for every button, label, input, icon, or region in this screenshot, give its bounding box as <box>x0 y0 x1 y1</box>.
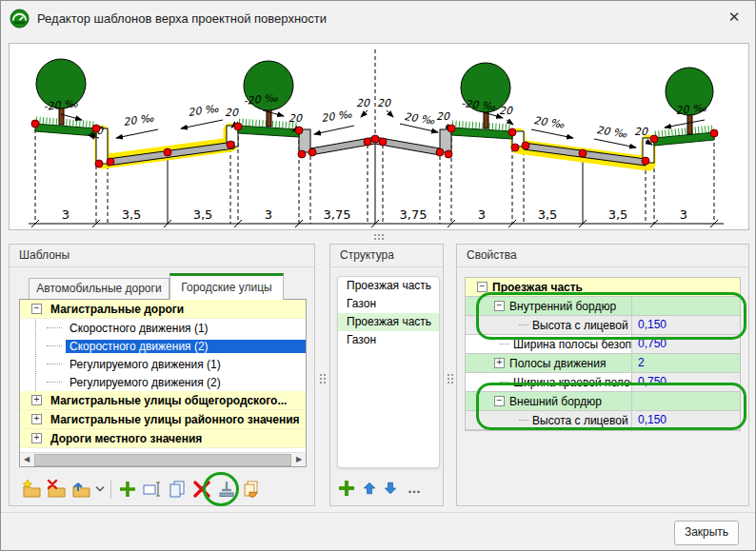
svg-text:20: 20 <box>634 126 648 138</box>
collapse-icon[interactable]: − <box>494 301 505 311</box>
svg-text:20: 20 <box>499 105 513 117</box>
expand-icon[interactable]: + <box>31 414 42 424</box>
copy-icon[interactable] <box>165 477 189 502</box>
list-item[interactable]: Газон <box>338 295 439 313</box>
cross-section-canvas[interactable]: 3 3,5 3,5 3 3,75 3,75 3 3,5 3,5 3 <box>9 43 749 230</box>
scroll-right-icon[interactable]: ▶ <box>292 453 306 466</box>
tab-gorodskie-ulicy[interactable]: Городские улицы <box>169 273 284 300</box>
svg-text:20 ‰: 20 ‰ <box>123 112 155 128</box>
svg-text:20: 20 <box>288 112 303 125</box>
collapse-icon[interactable]: − <box>31 304 42 314</box>
more-icon[interactable]: … <box>408 481 422 496</box>
horizontal-splitter-handle[interactable] <box>374 234 376 236</box>
close-button[interactable]: Закрыть <box>674 521 739 545</box>
paste-template-icon[interactable] <box>239 477 264 502</box>
collapse-icon[interactable]: − <box>494 396 505 406</box>
svg-text:20 ‰: 20 ‰ <box>675 102 707 117</box>
vertical-splitter-handle[interactable] <box>320 374 322 376</box>
property-value[interactable] <box>632 297 740 315</box>
tab-avtomobilnye-dorogi[interactable]: Автомобильные дороги <box>29 278 169 300</box>
scroll-left-icon[interactable]: ◀ <box>20 453 33 466</box>
svg-text:20: 20 <box>225 107 239 119</box>
delete-folder-icon[interactable] <box>44 477 69 502</box>
templates-panel-title: Шаблоны <box>10 245 314 267</box>
tree-group-dorogi-mestnogo[interactable]: + Дороги местного значения <box>20 429 306 448</box>
property-value[interactable]: 0,750 <box>632 335 740 353</box>
list-item[interactable]: Газон <box>338 331 439 349</box>
svg-text:20: 20 <box>356 97 370 109</box>
tree-group-ulicy-rajonnogo[interactable]: + Магистральные улицы районного значения <box>20 410 306 429</box>
tree-group-ulicy-obshchegorodskogo[interactable]: + Магистральные улицы общегородского... <box>20 391 306 410</box>
property-row-vnutrennij-bordyur[interactable]: − Внутренний бордюр <box>466 297 740 316</box>
rename-icon[interactable] <box>140 477 165 502</box>
property-row-vysota-licevoj-1[interactable]: Высота с лицевой стороны, м 0,150 <box>466 316 740 335</box>
property-value[interactable]: 0,750 <box>632 373 740 391</box>
structure-list: Проезжая часть Газон Проезжая часть Газо… <box>337 276 440 468</box>
add-icon[interactable] <box>115 477 140 502</box>
svg-text:3,5: 3,5 <box>608 207 628 222</box>
add-icon[interactable] <box>337 479 356 498</box>
svg-text:-20 ‰: -20 ‰ <box>43 97 79 113</box>
toolbar-separator <box>110 480 111 499</box>
structure-panel: Структура Проезжая часть Газон Проезжая … <box>329 244 444 506</box>
svg-text:3: 3 <box>680 207 687 222</box>
tree-item-skorostnogo-1[interactable]: Скоростного движения (1) <box>20 319 306 337</box>
svg-text:3: 3 <box>265 207 272 222</box>
property-value[interactable]: 0,150 <box>632 316 740 334</box>
svg-text:3,75: 3,75 <box>324 207 351 222</box>
svg-text:20 ‰: 20 ‰ <box>321 108 353 125</box>
apply-template-icon[interactable] <box>214 477 239 502</box>
structure-panel-title: Структура <box>330 245 443 267</box>
svg-text:20 ‰: 20 ‰ <box>533 114 566 130</box>
tree-item-skorostnogo-2-selected[interactable]: Скоростного движения (2) <box>20 337 306 355</box>
window-title: Редактор шаблонов верха проектной поверх… <box>37 11 327 26</box>
svg-text:3,5: 3,5 <box>538 207 558 222</box>
list-item[interactable]: Проезжая часть <box>338 277 439 295</box>
templates-panel: Шаблоны Автомобильные дороги Городские у… <box>9 244 315 506</box>
property-row-shirina-polosy-bezopasnosti[interactable]: Ширина полосы безопасности, м 0,750 <box>466 335 740 354</box>
tree-icon <box>666 68 713 134</box>
delete-icon[interactable] <box>189 477 214 502</box>
scrollbar-thumb[interactable] <box>34 454 291 466</box>
expand-icon[interactable]: + <box>31 433 42 443</box>
tree-item-reguliruemogo-2[interactable]: Регулируемого движения (2) <box>20 373 306 391</box>
property-value[interactable]: 0,150 <box>632 411 740 429</box>
structure-toolbar: … <box>337 475 438 502</box>
cross-section-drawing: 3 3,5 3,5 3 3,75 3,75 3 3,5 3,5 3 <box>10 44 748 229</box>
svg-text:3: 3 <box>62 207 70 222</box>
close-icon[interactable]: ✕ <box>713 1 755 33</box>
property-row-proezzhaya-chast[interactable]: − Проезжая часть <box>466 278 740 297</box>
move-up-icon[interactable] <box>362 481 377 496</box>
property-row-shirina-kraevoj-polosy[interactable]: Ширина краевой полосы, м 0,750 <box>466 373 740 392</box>
collapse-icon[interactable]: − <box>477 282 487 292</box>
expand-icon[interactable]: + <box>31 395 42 405</box>
svg-text:3,5: 3,5 <box>193 207 213 222</box>
folder-up-icon[interactable] <box>69 477 93 502</box>
property-value[interactable] <box>632 392 740 410</box>
svg-text:3: 3 <box>478 207 486 222</box>
property-row-vysota-licevoj-2[interactable]: Высота с лицевой стороны, м 0,150 <box>466 411 740 430</box>
properties-panel-title: Свойства <box>457 245 748 267</box>
vertical-splitter-handle[interactable] <box>448 374 449 376</box>
new-folder-icon[interactable] <box>19 477 44 502</box>
templates-toolbar <box>19 476 264 502</box>
move-down-icon[interactable] <box>383 481 398 496</box>
list-item-selected[interactable]: Проезжая часть <box>338 313 439 331</box>
tree-item-reguliruemogo-1[interactable]: Регулируемого движения (1) <box>20 355 306 373</box>
property-row-vneshnij-bordyur[interactable]: − Внешний бордюр <box>466 392 740 411</box>
properties-panel: Свойства − Проезжая часть − Внутренний б… <box>456 244 749 506</box>
app-icon <box>10 9 30 29</box>
tree-horizontal-scrollbar[interactable]: ◀ ▶ <box>20 452 306 466</box>
tree-icon <box>36 59 86 125</box>
svg-text:20: 20 <box>436 110 450 123</box>
dropdown-chevron-icon[interactable] <box>93 477 107 502</box>
footer-separator <box>1 512 755 513</box>
property-value[interactable]: 2 <box>632 354 740 372</box>
svg-text:3,5: 3,5 <box>122 207 142 222</box>
expand-icon[interactable]: + <box>494 358 505 368</box>
template-editor-window: Редактор шаблонов верха проектной поверх… <box>0 0 756 551</box>
tree-group-magistralnye-dorogi[interactable]: − Магистральные дороги <box>20 300 306 319</box>
title-bar: Редактор шаблонов верха проектной поверх… <box>1 1 755 37</box>
property-row-polosy-dvizheniya[interactable]: + Полосы движения 2 <box>466 354 740 373</box>
svg-text:20 ‰: 20 ‰ <box>188 103 220 119</box>
